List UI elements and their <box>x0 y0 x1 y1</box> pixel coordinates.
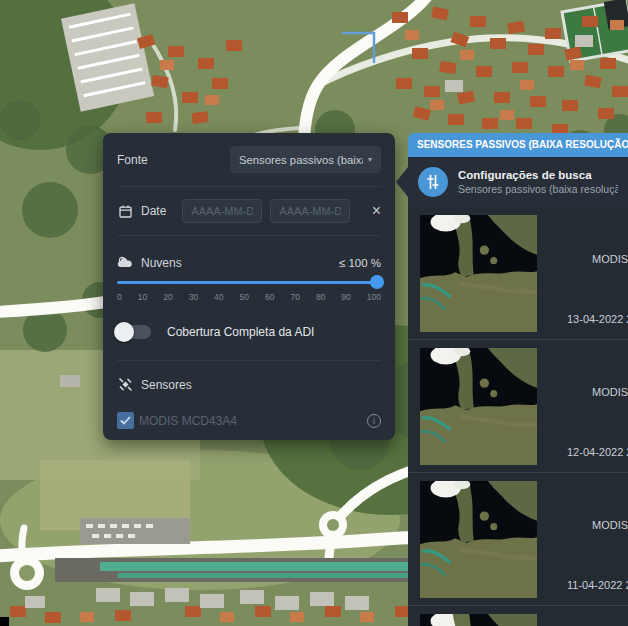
sensor-checkbox-checked[interactable] <box>117 412 134 429</box>
tick-label: 60 <box>265 292 274 302</box>
clouds-slider[interactable] <box>117 275 381 289</box>
tick-label: 100 <box>367 292 381 302</box>
result-sensor: MODIS <box>592 253 628 265</box>
search-config-row[interactable]: Configurações de busca Sensores passivos… <box>408 157 628 207</box>
date-end-input[interactable] <box>270 199 350 223</box>
tick-label: 30 <box>189 292 198 302</box>
map-attribution-fragment <box>0 617 9 626</box>
tick-label: 40 <box>214 292 223 302</box>
tick-label: 20 <box>163 292 172 302</box>
clear-dates-icon[interactable]: × <box>372 203 381 219</box>
result-item-partially-visible[interactable] <box>408 606 628 626</box>
source-dropdown[interactable]: Sensores passivos (baixa resolução) ▾ <box>230 146 381 173</box>
adi-coverage-row: Cobertura Completa da ADI <box>117 325 381 339</box>
clouds-slider-track[interactable] <box>117 281 381 284</box>
search-config-subtitle: Sensores passivos (baixa resolução) <box>458 183 618 195</box>
adi-coverage-label: Cobertura Completa da ADI <box>167 325 314 339</box>
result-date: 12-04-2022 2 <box>567 446 628 458</box>
date-start-input[interactable] <box>182 199 262 223</box>
sensor-option-row[interactable]: MODIS MCD43A4 i <box>117 412 381 429</box>
adi-coverage-toggle[interactable] <box>117 325 151 339</box>
tick-label: 0 <box>117 292 122 302</box>
sensors-label: Sensores <box>141 378 192 392</box>
clouds-slider-handle[interactable] <box>370 275 384 289</box>
scene-thumbnail[interactable] <box>420 614 537 626</box>
date-row: Date × <box>117 199 381 223</box>
divider <box>117 235 381 236</box>
cloud-icon <box>117 256 133 270</box>
scene-thumbnail[interactable] <box>420 348 537 465</box>
search-config-title: Configurações de busca <box>458 169 618 181</box>
source-row: Fonte Sensores passivos (baixa resolução… <box>117 146 381 173</box>
result-date: 11-04-2022 2 <box>567 579 628 591</box>
clouds-row: Nuvens ≤ 100 % <box>117 256 381 270</box>
result-sensor: MODIS <box>592 519 628 531</box>
calendar-icon <box>117 205 133 218</box>
toggle-knob <box>114 322 134 342</box>
divider <box>117 360 381 361</box>
divider <box>117 186 381 187</box>
scene-thumbnail[interactable] <box>420 215 537 332</box>
clouds-slider-ticks: 0 10 20 30 40 50 60 70 80 90 100 <box>117 292 381 302</box>
tick-label: 80 <box>316 292 325 302</box>
results-panel: SENSORES PASSIVOS (BAIXA RESOLUÇÃO) Conf… <box>408 133 628 626</box>
results-group-header: SENSORES PASSIVOS (BAIXA RESOLUÇÃO) <box>408 133 628 157</box>
scene-thumbnail[interactable] <box>420 481 537 598</box>
search-config-text: Configurações de busca Sensores passivos… <box>458 169 618 195</box>
tick-label: 70 <box>290 292 299 302</box>
info-icon[interactable]: i <box>367 414 381 428</box>
result-sensor: MODIS <box>592 386 628 398</box>
date-label: Date <box>141 204 166 218</box>
clouds-label: Nuvens <box>141 256 182 270</box>
clouds-max-value: ≤ 100 % <box>339 257 381 269</box>
tune-settings-icon <box>418 167 448 197</box>
chevron-down-icon: ▾ <box>368 155 372 164</box>
source-dropdown-value: Sensores passivos (baixa resolução) <box>239 154 363 166</box>
results-list: MODIS 13-04-2022 2 MODIS 12-04-2022 2 <box>408 207 628 626</box>
tick-label: 90 <box>341 292 350 302</box>
tick-label: 50 <box>240 292 249 302</box>
tick-label: 10 <box>138 292 147 302</box>
sensor-checkbox-label: MODIS MCD43A4 <box>139 414 237 428</box>
search-filter-panel: Fonte Sensores passivos (baixa resolução… <box>103 133 395 440</box>
result-item[interactable]: MODIS 11-04-2022 2 <box>408 473 628 606</box>
result-date: 13-04-2022 2 <box>567 313 628 325</box>
sensors-header-row: Sensores <box>117 377 381 392</box>
result-item[interactable]: MODIS 13-04-2022 2 <box>408 207 628 340</box>
satellite-icon <box>117 377 133 392</box>
result-item[interactable]: MODIS 12-04-2022 2 <box>408 340 628 473</box>
source-label: Fonte <box>117 153 148 167</box>
